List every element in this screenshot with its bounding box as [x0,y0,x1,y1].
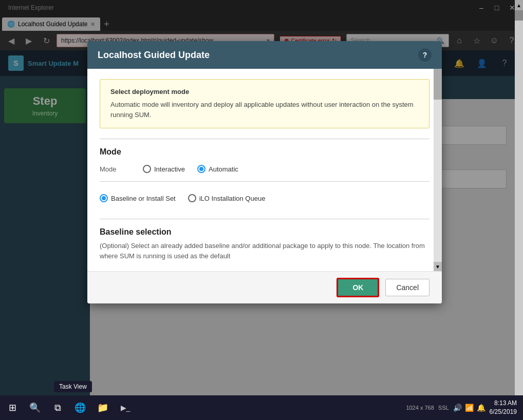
mode-radio-group: Interactive Automatic [143,165,238,173]
folder-icon: 📁 [97,402,108,413]
radio-automatic-label: Automatic [209,165,238,173]
baseline-section: Baseline selection (Optional) Select an … [100,227,429,261]
mode-row: Mode Interactive Automatic [100,165,429,173]
task-view-button[interactable]: ⧉ [47,397,68,418]
ie-icon: 🌐 [74,402,86,413]
radio-automatic[interactable]: Automatic [197,165,238,173]
taskbar-size: 1024 x 768 [406,405,434,411]
mode-section-title: Mode [100,147,429,157]
page-scrollbar[interactable]: ▲ ▼ [515,0,523,420]
modal-body: Select deployment mode Automatic mode wi… [87,69,442,271]
taskbar-right: 1024 x 768 SSL 🔊 📶 🔔 8:13 AM 6/25/2019 [406,399,523,416]
windows-icon: ⊞ [9,402,16,413]
modal-scroll-down-btn[interactable]: ▼ [434,262,442,271]
radio-interactive-circle [143,165,151,173]
taskbar-date: 6/25/2019 [490,408,517,416]
radio-interactive-label: Interactive [154,165,185,173]
modal-header: Localhost Guided Update ? [87,41,442,69]
explorer-taskbar-button[interactable]: 📁 [92,397,113,418]
task-view-icon: ⧉ [54,403,61,413]
cancel-button[interactable]: Cancel [385,279,429,296]
baseline-desc: (Optional) Select an already added basel… [100,241,429,261]
search-taskbar-button[interactable]: 🔍 [25,397,45,418]
radio-interactive[interactable]: Interactive [143,165,185,173]
radio-automatic-circle [197,165,206,173]
info-box-text: Automatic mode will inventory and deploy… [110,100,419,120]
taskbar-left: ⊞ 🔍 ⧉ 🌐 📁 ▶_ [0,397,136,418]
ok-button[interactable]: OK [337,278,379,297]
search-taskbar-icon: 🔍 [29,402,41,413]
taskbar-clock[interactable]: 8:13 AM 6/25/2019 [490,399,517,416]
modal-overlay: ▲ ▼ Localhost Guided Update ? Select dep… [0,0,523,420]
taskbar-systray: 🔊 📶 🔔 [453,404,485,412]
network-icon[interactable]: 📶 [465,404,474,412]
radio-interactive-dot [145,167,149,171]
start-button[interactable]: ⊞ [2,397,23,418]
cmd-taskbar-button[interactable]: ▶_ [115,397,136,418]
divider-3 [100,219,429,219]
divider-1 [100,139,429,139]
divider-2 [100,181,429,182]
task-view-tooltip: Task View [54,381,92,392]
scroll-up-page-btn[interactable]: ▲ [515,0,523,10]
action-center-icon[interactable]: 🔔 [477,404,485,412]
guided-update-modal: Localhost Guided Update ? Select deploym… [87,41,442,303]
radio-baseline[interactable]: Baseline or Install Set [100,194,176,202]
scroll-up-page-icon: ▲ [516,3,521,8]
modal-scroll-thumb [434,69,442,100]
radio-ilo-dot [190,196,194,200]
radio-baseline-label: Baseline or Install Set [111,195,176,202]
modal-footer: OK Cancel [87,271,442,303]
modal-scrollbar[interactable]: ▼ [434,69,442,271]
radio-ilo-label: iLO Installation Queue [199,195,266,202]
baseline-section-title: Baseline selection [100,227,429,237]
radio-baseline-circle [100,194,108,202]
mode-label: Mode [100,165,130,173]
taskbar-time: 8:13 AM [490,399,517,408]
install-type-row: Baseline or Install Set iLO Installation… [100,190,429,211]
radio-automatic-dot [199,167,203,171]
modal-scroll-down-icon: ▼ [435,264,440,270]
cmd-icon: ▶_ [121,404,130,412]
info-box: Select deployment mode Automatic mode wi… [100,79,429,128]
modal-help-button[interactable]: ? [418,48,432,62]
modal-title: Localhost Guided Update [98,50,210,61]
radio-ilo[interactable]: iLO Installation Queue [188,194,266,202]
radio-baseline-dot [102,196,106,200]
taskbar: ⊞ 🔍 ⧉ 🌐 📁 ▶_ 1024 x 768 SSL 🔊 📶 🔔 8:13 A… [0,395,523,420]
volume-icon[interactable]: 🔊 [453,404,462,412]
taskbar-ssl: SSL [438,405,449,411]
radio-ilo-circle [188,194,196,202]
ie-taskbar-button[interactable]: 🌐 [70,397,90,418]
info-box-title: Select deployment mode [110,88,419,96]
